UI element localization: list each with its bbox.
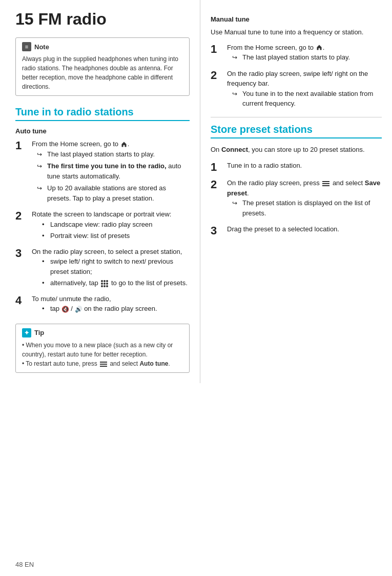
arrow-bullet-p2: ↪ — [232, 198, 240, 208]
home-icon — [120, 141, 128, 147]
bullet-text-2: Portrait view: list of presets — [50, 231, 130, 241]
step-1-content: From the Home screen, go to . ↪ The last… — [32, 139, 190, 205]
preset-step-1-number: 1 — [211, 161, 224, 174]
arrow-text-m1: The last played station starts to play. — [242, 52, 382, 63]
bullet-dot-5: • — [42, 304, 48, 314]
right-column: Manual tune Use Manual tune to tune into… — [200, 0, 392, 383]
step-2-content: Rotate the screen to landscape or portra… — [32, 209, 190, 243]
step-1-number: 1 — [15, 139, 29, 152]
hamburger-icon — [100, 362, 107, 367]
preset-step-3: 3 Drag the preset to a selected location… — [211, 224, 382, 237]
preset-step-2-arrow: ↪ The preset station is displayed on the… — [227, 198, 382, 218]
preset-step-2: 2 On the radio play screen, press and se… — [211, 178, 382, 220]
tip-header: ✦ Tip — [22, 328, 183, 337]
step-3-content: On the radio play screen, to select a pr… — [32, 247, 190, 290]
step-3: 3 On the radio play screen, to select a … — [15, 247, 190, 290]
arrow-text-1: The last played station starts to play. — [47, 149, 190, 160]
manual-step-2-content: On the radio play screen, swipe left/ ri… — [227, 69, 382, 111]
manual-step-1-arrow: ↪ The last played station starts to play… — [227, 52, 382, 63]
arrow-text-2: The first time you tune in to the radio,… — [47, 161, 190, 181]
bullet-text-1: Landscape view: radio play screen — [50, 220, 152, 230]
page-footer: 48 EN — [15, 561, 34, 568]
step-2-bullet-1: • Landscape view: radio play screen — [32, 220, 190, 230]
step-1-arrow-2: ↪ The first time you tune in to the radi… — [32, 161, 190, 181]
arrow-bullet-3: ↪ — [37, 184, 45, 193]
page: 15 FM radio ≡ Note Always plug in the su… — [0, 0, 392, 576]
tip-label: Tip — [34, 329, 44, 336]
arrow-bullet-m1: ↪ — [232, 53, 240, 62]
volume-icon: 🔊 — [75, 305, 82, 314]
step-2-number: 2 — [15, 209, 29, 223]
bullet-dot-1: • — [42, 220, 48, 230]
mute-icon: 🔇 — [61, 305, 69, 314]
left-column: 15 FM radio ≡ Note Always plug in the su… — [0, 0, 200, 383]
connect-bold: Connect — [221, 146, 248, 153]
tip-item-1: • When you move to a new place (such as … — [22, 341, 183, 359]
preset-step-1: 1 Tune in to a radio station. — [211, 161, 382, 174]
step-4-content: To mute/ unmute the radio, • tap 🔇 / 🔊 o… — [32, 294, 190, 315]
note-text: Always plug in the supplied headphones w… — [22, 54, 183, 91]
arrow-bullet-m2: ↪ — [232, 89, 240, 98]
arrow-text-p2: The preset station is displayed on the l… — [242, 198, 382, 218]
bullet-dot-2: • — [42, 231, 48, 241]
manual-tune-label: Manual tune — [211, 15, 382, 23]
tip-box: ✦ Tip • When you move to a new place (su… — [15, 324, 190, 373]
step-2: 2 Rotate the screen to landscape or port… — [15, 209, 190, 243]
note-box: ≡ Note Always plug in the supplied headp… — [15, 37, 190, 96]
divider — [211, 117, 382, 117]
arrow-text-m2: You tune in to the next available statio… — [242, 89, 382, 109]
arrow-text-3: Up to 20 available stations are stored a… — [47, 183, 190, 203]
step-4-bullet-1: • tap 🔇 / 🔊 on the radio play screen. — [32, 304, 190, 314]
note-label: Note — [34, 43, 49, 51]
arrow-bullet-2: ↪ — [37, 162, 45, 171]
step-1-arrow-1: ↪ The last played station starts to play… — [32, 149, 190, 160]
grid-icon — [101, 280, 108, 287]
manual-step-1: 1 From the Home screen, go to . ↪ The la… — [211, 43, 382, 65]
tip-icon: ✦ — [22, 328, 31, 337]
step-4-number: 4 — [15, 294, 29, 307]
step-3-bullet-1: • swipe left/ right to switch to next/ p… — [32, 256, 190, 276]
bullet-text-3: swipe left/ right to switch to next/ pre… — [50, 256, 190, 276]
step-1: 1 From the Home screen, go to . ↪ The la… — [15, 139, 190, 205]
tip-item-2: • To restart auto tune, press and select… — [22, 359, 183, 368]
note-header: ≡ Note — [22, 42, 183, 51]
preset-step-3-content: Drag the preset to a selected location. — [227, 224, 382, 234]
home-icon-2 — [316, 44, 323, 50]
bullet-dot-3: • — [42, 256, 48, 267]
manual-tune-description: Use Manual tune to tune into a frequency… — [211, 27, 382, 37]
manual-step-2-arrow: ↪ You tune in to the next available stat… — [227, 89, 382, 109]
save-preset-bold: Save preset — [227, 179, 380, 197]
step-3-number: 3 — [15, 247, 29, 260]
step-4: 4 To mute/ unmute the radio, • tap 🔇 / 🔊… — [15, 294, 190, 315]
arrow-bullet: ↪ — [37, 150, 45, 159]
page-title: 15 FM radio — [15, 10, 190, 28]
preset-step-2-content: On the radio play screen, press and sele… — [227, 178, 382, 220]
manual-step-2-number: 2 — [211, 69, 224, 82]
step-3-bullet-2: • alternatively, tap — [32, 278, 190, 288]
hamburger-icon-2 — [322, 181, 329, 186]
preset-step-2-number: 2 — [211, 178, 224, 191]
bullet-dot-4: • — [42, 278, 48, 288]
tune-section-heading: Tune in to radio stations — [15, 106, 190, 121]
step-2-bullet-2: • Portrait view: list of presets — [32, 231, 190, 241]
preset-step-1-content: Tune in to a radio station. — [227, 161, 382, 171]
bullet-text-5: tap 🔇 / 🔊 on the radio play screen. — [50, 304, 157, 314]
preset-section-heading: Store preset stations — [211, 124, 382, 138]
manual-step-2: 2 On the radio play screen, swipe left/ … — [211, 69, 382, 111]
bullet-text-4: alternatively, tap — [50, 278, 188, 288]
manual-step-1-number: 1 — [211, 43, 224, 56]
note-icon: ≡ — [22, 42, 31, 51]
auto-tune-label: Auto tune — [15, 127, 190, 135]
preset-description: On Connect, you can store up to 20 prese… — [211, 145, 382, 155]
preset-step-3-number: 3 — [211, 224, 224, 237]
manual-step-1-content: From the Home screen, go to . ↪ The last… — [227, 43, 382, 65]
step-1-arrow-3: ↪ Up to 20 available stations are stored… — [32, 183, 190, 203]
